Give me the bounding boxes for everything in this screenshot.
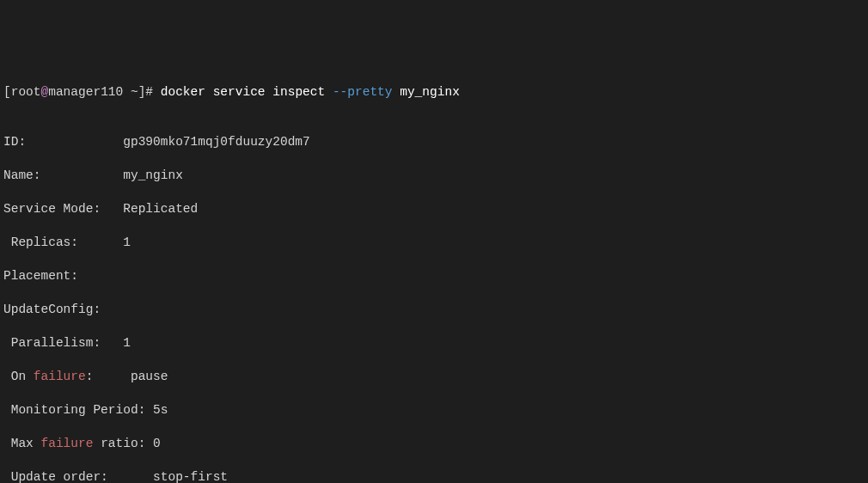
- uc-on-text: On: [3, 370, 34, 383]
- name-line: Name: my_nginx: [3, 168, 865, 185]
- uc-on-failure-colon: :: [86, 370, 131, 383]
- uc-parallelism-value: 1: [123, 336, 131, 350]
- id-label: ID:: [3, 135, 123, 149]
- command-option: --pretty: [333, 85, 393, 99]
- command-text: docker service inspect: [161, 85, 333, 99]
- uc-max-text: Max: [3, 437, 41, 450]
- uc-max-ratio: ratio: 0: [93, 437, 160, 450]
- prompt-path: ~: [123, 85, 138, 99]
- uc-max-failure-keyword: failure: [41, 437, 94, 450]
- prompt-open-bracket: [: [3, 85, 11, 99]
- prompt-host: manager110: [48, 85, 123, 99]
- uc-max-failure-line: Max failure ratio: 0: [3, 436, 865, 453]
- service-mode-value: Replicated: [123, 202, 198, 216]
- uc-failure-keyword: failure: [34, 370, 86, 383]
- command-arg: my_nginx: [393, 85, 460, 99]
- update-config-line: UpdateConfig:: [3, 302, 865, 319]
- uc-update-order-label: Update order:: [3, 470, 153, 483]
- service-mode-label: Service Mode:: [3, 202, 123, 216]
- name-value: my_nginx: [123, 168, 183, 182]
- uc-on-failure-value: pause: [131, 370, 168, 383]
- id-value: gp390mko71mqj0fduuzy20dm7: [123, 135, 310, 149]
- uc-parallelism-line: Parallelism: 1: [3, 335, 865, 352]
- prompt-line[interactable]: [root@manager110 ~]# docker service insp…: [3, 84, 865, 101]
- prompt-user: root: [11, 85, 41, 99]
- terminal-output: [root@manager110 ~]# docker service insp…: [0, 67, 868, 483]
- uc-monitoring-line: Monitoring Period: 5s: [3, 402, 865, 419]
- placement-line: Placement:: [3, 268, 865, 285]
- uc-on-failure-line: On failure: pause: [3, 369, 865, 386]
- uc-parallelism-label: Parallelism:: [3, 336, 123, 350]
- replicas-label: Replicas:: [3, 235, 123, 249]
- uc-update-order-value: stop-first: [153, 470, 228, 483]
- uc-update-order-line: Update order: stop-first: [3, 469, 865, 483]
- prompt-at: @: [41, 85, 49, 99]
- name-label: Name:: [3, 168, 123, 182]
- prompt-close: ]#: [138, 85, 161, 99]
- replicas-value: 1: [123, 235, 131, 249]
- service-mode-line: Service Mode: Replicated: [3, 201, 865, 218]
- id-line: ID: gp390mko71mqj0fduuzy20dm7: [3, 134, 865, 151]
- replicas-line: Replicas: 1: [3, 235, 865, 252]
